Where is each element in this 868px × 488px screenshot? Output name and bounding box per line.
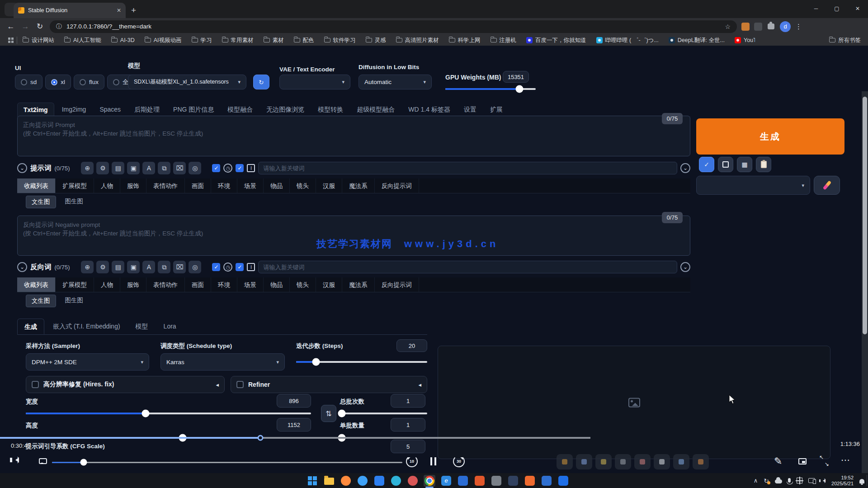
- gear-icon[interactable]: ⚙: [96, 162, 109, 174]
- address-bar[interactable]: ⓘ 127.0.0.1:7860/?__theme=dark ☆: [50, 20, 737, 33]
- gpu-weights-input[interactable]: 15351: [503, 71, 529, 83]
- copy-icon[interactable]: ⧉: [158, 261, 170, 273]
- text-cursor-icon[interactable]: I: [247, 263, 255, 271]
- main-tab[interactable]: PNG 图片信息: [167, 103, 220, 117]
- category-tab[interactable]: 服饰: [120, 277, 146, 292]
- extension-icon[interactable]: [754, 23, 762, 31]
- category-tab[interactable]: 人物: [94, 277, 120, 292]
- subtab[interactable]: 文生图: [26, 295, 56, 307]
- new-keyword-input[interactable]: [258, 162, 677, 174]
- speaker-icon[interactable]: [821, 479, 826, 483]
- globe-icon[interactable]: ⊕: [81, 162, 94, 174]
- window-maximize-button[interactable]: ▢: [826, 0, 847, 17]
- main-tab[interactable]: 后期处理: [128, 103, 165, 117]
- taskbar-app-red-circle[interactable]: [407, 475, 419, 487]
- style-brush-button[interactable]: [814, 176, 840, 195]
- category-tab[interactable]: 画面: [185, 277, 211, 292]
- settings-tab[interactable]: 模型: [129, 319, 155, 334]
- document-icon[interactable]: ▤: [112, 261, 124, 273]
- category-tab[interactable]: 人物: [94, 178, 120, 193]
- edit-pencil-icon[interactable]: ✎: [774, 455, 782, 467]
- refiner-checkbox[interactable]: [236, 381, 244, 388]
- copy-icon[interactable]: ⧉: [158, 162, 170, 174]
- category-tab[interactable]: 收藏列表: [17, 178, 56, 193]
- text-cursor-icon[interactable]: I: [247, 164, 255, 172]
- taskbar-app-reader[interactable]: [457, 475, 469, 487]
- refiner-accordion[interactable]: Refiner ◂: [231, 376, 427, 393]
- model-dropdown[interactable]: SDXL\基础模型XL_xl_1.0.safetensors ▾: [128, 75, 246, 89]
- paste-button[interactable]: [756, 157, 771, 172]
- bookmark-item[interactable]: 高清照片素材: [396, 37, 439, 44]
- width-input[interactable]: 896: [277, 394, 311, 408]
- scrollbar-thumb[interactable]: [863, 97, 867, 334]
- page-scrollbar[interactable]: [862, 91, 868, 488]
- window-close-button[interactable]: ✕: [847, 0, 868, 17]
- category-tab[interactable]: 镜头: [290, 277, 316, 292]
- taskbar-app-chrome[interactable]: [424, 475, 435, 487]
- category-tab[interactable]: 画面: [185, 178, 211, 193]
- bookmark-item[interactable]: 百度一下，你就知道: [526, 37, 586, 44]
- browser-tab[interactable]: Stable Diffusion ✕: [14, 3, 126, 18]
- taskbar-app-firefox[interactable]: [340, 475, 352, 487]
- extension-icon[interactable]: [741, 23, 750, 31]
- category-tab[interactable]: 物品: [264, 178, 290, 193]
- bookmark-item[interactable]: 注册机: [491, 37, 517, 44]
- keyword-checkbox-2[interactable]: ✓: [236, 263, 244, 271]
- cfg-input[interactable]: 5: [391, 440, 425, 453]
- history-clock-icon[interactable]: ◷: [223, 164, 232, 173]
- main-tab[interactable]: 超级模型融合: [351, 103, 401, 117]
- category-tab[interactable]: 场景: [237, 277, 264, 292]
- category-tab[interactable]: 汉服: [316, 277, 342, 292]
- site-info-icon[interactable]: ⓘ: [56, 23, 62, 31]
- taskbar-app-blue-tv[interactable]: [541, 475, 552, 487]
- sync-icon[interactable]: ↻: [764, 477, 769, 484]
- bookmark-item[interactable]: 学习: [192, 37, 212, 44]
- player-volume-slider[interactable]: [52, 459, 402, 466]
- bookmark-item[interactable]: 科学上网: [449, 37, 481, 44]
- seek-handle[interactable]: [258, 435, 264, 441]
- apps-grid-icon[interactable]: [8, 38, 10, 40]
- player-extra-button[interactable]: [634, 454, 651, 469]
- microphone-icon[interactable]: [788, 478, 791, 483]
- clear-button[interactable]: ▦: [737, 157, 752, 172]
- slider-handle[interactable]: [338, 410, 345, 418]
- lowbits-dropdown[interactable]: Automatic ▾: [359, 75, 432, 89]
- player-extra-button[interactable]: [693, 454, 709, 469]
- collapse-chevron-icon[interactable]: ⌄: [17, 262, 27, 272]
- bookmark-item[interactable]: YouTube: [735, 37, 755, 43]
- steps-input[interactable]: 20: [396, 339, 427, 352]
- taskbar-app-netdisk[interactable]: [373, 475, 385, 487]
- swap-dimensions-button[interactable]: ⇅: [321, 405, 336, 422]
- forward-30-button[interactable]: 30: [453, 455, 465, 467]
- ui-radio-option[interactable]: flux: [74, 75, 104, 89]
- main-tab[interactable]: 无边图像浏览: [260, 103, 310, 117]
- translate-icon[interactable]: A: [142, 261, 155, 273]
- taskbar-app-start[interactable]: [307, 475, 318, 487]
- category-tab[interactable]: 环境: [211, 277, 237, 292]
- history-clock-icon[interactable]: ◷: [223, 263, 232, 272]
- main-tab[interactable]: Img2img: [56, 103, 92, 117]
- volume-icon[interactable]: [13, 457, 19, 463]
- slider-handle[interactable]: [80, 459, 87, 466]
- trash-icon[interactable]: ⌧: [173, 162, 186, 174]
- notification-bell-icon[interactable]: [859, 479, 864, 483]
- category-tab[interactable]: 表情动作: [146, 277, 185, 292]
- player-extra-button[interactable]: [557, 454, 573, 469]
- category-tab[interactable]: 反向提示词: [375, 277, 420, 292]
- steps-slider[interactable]: [296, 358, 427, 366]
- player-extra-button[interactable]: [673, 454, 689, 469]
- schedule-dropdown[interactable]: Karras ▾: [160, 353, 285, 371]
- slider-handle[interactable]: [312, 358, 320, 366]
- batch-count-input[interactable]: 1: [391, 394, 425, 408]
- bookmark-item[interactable]: AI人工智能: [64, 37, 101, 44]
- bookmark-item[interactable]: 配色: [294, 37, 314, 44]
- category-tab[interactable]: 物品: [264, 277, 290, 292]
- collapse-chevron-icon[interactable]: ⌄: [17, 163, 27, 173]
- bookmark-item[interactable]: 设计网站: [23, 37, 54, 44]
- url-text[interactable]: 127.0.0.1:7860/?__theme=dark: [66, 23, 151, 30]
- generate-button[interactable]: 生成: [696, 118, 844, 155]
- keyword-checkbox-1[interactable]: ✓: [212, 263, 220, 271]
- settings-tab[interactable]: 生成: [17, 319, 44, 334]
- main-tab[interactable]: 扩展: [484, 103, 509, 117]
- category-tab[interactable]: 魔法系: [342, 178, 375, 193]
